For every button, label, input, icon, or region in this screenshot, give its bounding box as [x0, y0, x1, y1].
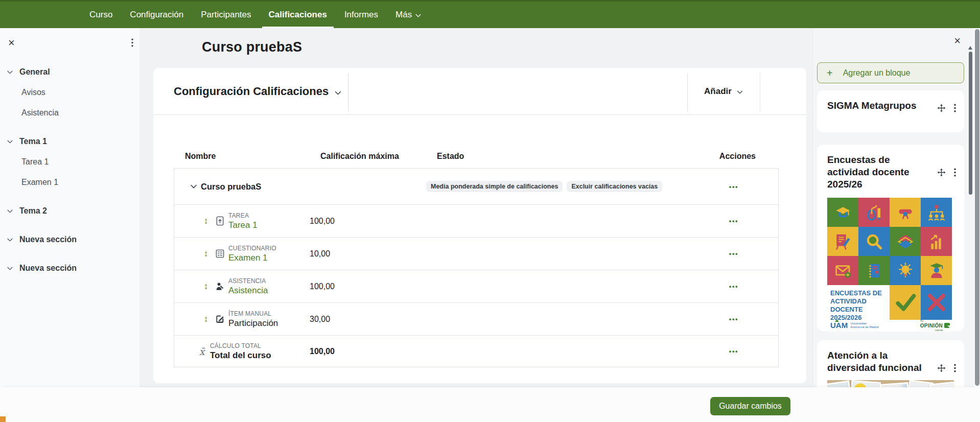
sidebar-item-label: Tarea 1	[21, 157, 49, 167]
item-type-label: ÍTEM MANUAL	[228, 311, 278, 317]
grade-item-link[interactable]: Asistencia	[228, 286, 268, 295]
chevron-down-icon[interactable]	[0, 238, 19, 242]
sidebar-item-tarea1[interactable]: Tarea 1	[0, 152, 139, 172]
row-actions-menu[interactable]: •••	[729, 283, 738, 290]
poster-tile-layers	[890, 227, 921, 256]
scrollbar-thumb[interactable]	[969, 52, 972, 195]
gradebook-table: Nombre Calificación máxima Estado Accion…	[174, 115, 779, 367]
block-title: SIGMA Metagrupos	[827, 100, 940, 112]
max-grade-value: 100,00	[310, 347, 426, 356]
poster-tile-graduation-cap	[827, 198, 858, 227]
save-changes-button[interactable]: Guardar cambios	[710, 397, 790, 415]
poster-tile-cross	[921, 285, 952, 320]
block-title: Encuestas de actividad docente 2025/26	[827, 154, 929, 191]
sidebar-item-tema1[interactable]: Tema 1	[0, 131, 139, 152]
sidebar-item-label: Nueva sección	[19, 235, 77, 244]
add-grade-item-button[interactable]: Añadir	[687, 68, 760, 115]
table-row-course: Curso pruebaS Media ponderada simple de …	[174, 169, 778, 204]
chevron-down-icon[interactable]	[0, 209, 19, 213]
diversidad-photo-collage[interactable]	[827, 380, 954, 387]
poster-tile-magnifier	[858, 227, 890, 256]
move-block-icon[interactable]	[937, 364, 946, 374]
sidebar-item-avisos[interactable]: Avisos	[0, 82, 139, 103]
nav-tab-informes[interactable]: Informes	[338, 2, 385, 28]
nav-tab-mas[interactable]: Más	[389, 2, 428, 28]
sidebar-item-label: General	[19, 67, 50, 77]
grade-item-link[interactable]: Tarea 1	[228, 220, 258, 230]
status-badge: Media ponderada simple de calificaciones	[426, 181, 563, 192]
nav-tab-label: Más	[395, 10, 412, 20]
drawer-scrollbar[interactable]	[968, 46, 973, 195]
move-block-icon[interactable]	[937, 168, 946, 179]
row-actions-menu[interactable]: •••	[729, 315, 738, 323]
max-grade-value: 10,00	[310, 249, 426, 259]
poster-tile-lightbulb	[890, 256, 921, 285]
sidebar-item-examen1[interactable]: Examen 1	[0, 172, 139, 193]
block-atencion-diversidad: Atención a la diversidad funcional	[817, 340, 964, 387]
column-header-estado: Estado	[437, 152, 710, 161]
orange-corner-accent	[0, 416, 6, 422]
item-type-label: ASISTENCIA	[228, 278, 268, 284]
plus-icon: +	[827, 68, 833, 78]
item-type-label: TAREA	[228, 213, 258, 219]
chevron-down-icon[interactable]	[0, 71, 19, 74]
sidebar-item-general[interactable]: General	[0, 62, 139, 82]
row-actions-menu[interactable]: •••	[729, 347, 738, 355]
kebab-menu-icon[interactable]	[131, 38, 133, 49]
course-index-list: General Avisos Asistencia Tema 1 Tarea 1…	[0, 58, 139, 278]
close-drawer-icon[interactable]: ×	[8, 37, 15, 49]
gradebook-view-selector[interactable]: Configuración Calificaciones	[174, 85, 341, 98]
kebab-menu-icon[interactable]	[954, 104, 956, 114]
move-handle-icon[interactable]: ↕	[202, 282, 210, 292]
poster-tile-notebook	[858, 256, 890, 285]
scrollbar-up-arrow[interactable]	[968, 46, 972, 50]
poster-tile-document-pencil	[827, 227, 858, 256]
table-row-participacion: ↕ ÍTEM MANUAL Participación 30,00 •••	[174, 302, 778, 335]
course-nav: Curso Configuración Participantes Califi…	[0, 0, 980, 28]
add-block-button[interactable]: + Agregar un bloque	[817, 62, 964, 83]
nav-tab-label: Participantes	[201, 10, 251, 20]
poster-logos: UAM Universidad Autónoma de Madrid Tu OP…	[827, 320, 952, 332]
category-name[interactable]: Curso pruebaS	[201, 182, 261, 192]
table-body: Curso pruebaS Media ponderada simple de …	[174, 168, 779, 367]
table-row-total: x̄ CÁLCULO TOTAL Total del curso 100,00 …	[174, 335, 778, 367]
close-blocks-drawer-icon[interactable]: ×	[954, 35, 961, 46]
column-header-acciones: Acciones	[710, 152, 779, 161]
collapse-category-icon[interactable]	[191, 184, 197, 189]
nav-tab-calificaciones[interactable]: Calificaciones	[262, 2, 334, 28]
move-handle-icon[interactable]: ↕	[202, 314, 210, 324]
encuestas-poster-image[interactable]: ENCUESTAS DE ACTIVIDAD DOCENTE 2025/2026…	[827, 198, 952, 332]
scrollbar-thumb[interactable]	[975, 29, 979, 386]
kebab-menu-icon[interactable]	[954, 364, 956, 374]
row-actions-menu[interactable]: •••	[729, 217, 738, 225]
main-content: Curso pruebaS Configuración Calificacion…	[139, 28, 812, 387]
sidebar-item-nueva-seccion-2[interactable]: Nueva sección	[0, 258, 139, 278]
poster-tile-checkmark	[890, 285, 921, 320]
block-title: Atención a la diversidad funcional	[827, 349, 929, 374]
nav-tab-label: Calificaciones	[269, 10, 327, 20]
move-handle-icon[interactable]: ↕	[202, 249, 210, 259]
total-row-name: Total del curso	[210, 350, 271, 360]
row-actions-menu[interactable]: •••	[729, 183, 738, 191]
sidebar-item-nueva-seccion-1[interactable]: Nueva sección	[0, 229, 139, 250]
grade-item-link[interactable]: Examen 1	[228, 253, 268, 263]
row-actions-menu[interactable]: •••	[729, 250, 738, 257]
sidebar-item-asistencia[interactable]: Asistencia	[0, 103, 139, 123]
nav-tab-participantes[interactable]: Participantes	[194, 2, 258, 28]
kebab-menu-icon[interactable]	[954, 168, 956, 179]
poster-tile-org-chart	[921, 198, 952, 227]
page-scrollbar[interactable]	[974, 28, 980, 387]
sidebar-item-label: Asistencia	[21, 108, 59, 118]
chevron-down-icon[interactable]	[0, 140, 19, 144]
chevron-down-icon[interactable]	[0, 267, 19, 270]
sidebar-item-label: Nueva sección	[19, 264, 77, 273]
nav-tab-curso[interactable]: Curso	[83, 2, 119, 28]
item-type-label: CÁLCULO TOTAL	[210, 343, 271, 349]
move-handle-icon[interactable]: ↕	[202, 216, 210, 226]
max-grade-value: 100,00	[310, 217, 426, 226]
move-block-icon[interactable]	[937, 104, 946, 114]
max-grade-value: 100,00	[310, 282, 426, 291]
manual-item-icon	[215, 314, 225, 324]
nav-tab-configuracion[interactable]: Configuración	[123, 2, 190, 28]
sidebar-item-tema2[interactable]: Tema 2	[0, 201, 139, 221]
